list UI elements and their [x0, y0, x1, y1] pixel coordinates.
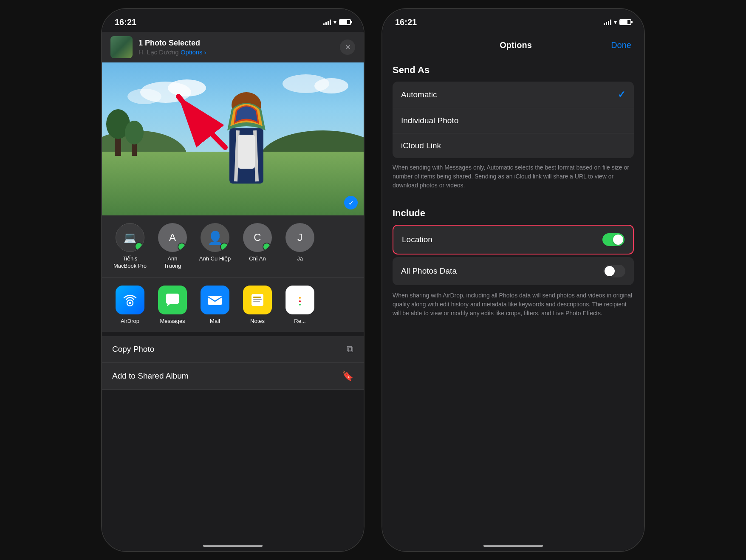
app-airdrop[interactable]: AirDrop	[109, 286, 151, 324]
copy-photo-icon: ⧉	[347, 344, 353, 355]
right-home-indicator	[483, 545, 543, 547]
share-subtitle: H. Lạc Dương Options ›	[138, 48, 340, 56]
contact-anh-truong[interactable]: A AnhTruong	[151, 223, 194, 270]
options-title: Options	[500, 40, 532, 50]
contact-avatar-anh-cu-hiep: 👤	[201, 223, 229, 252]
app-notes[interactable]: Notes	[236, 286, 279, 324]
wifi-icon: ▾	[333, 19, 336, 25]
right-wifi-icon: ▾	[614, 19, 617, 25]
add-shared-album-label: Add to Shared Album	[112, 371, 189, 381]
share-header: 1 Photo Selected H. Lạc Dương Options › …	[102, 32, 364, 62]
app-name-airdrop: AirDrop	[121, 318, 139, 324]
contact-avatar-ja: J	[285, 223, 314, 252]
left-status-bar: 16:21 ▾	[102, 9, 364, 32]
share-location-name: H. Lạc Dương	[138, 48, 179, 56]
send-as-list: Automatic ✓ Individual Photo iCloud Link	[393, 82, 634, 158]
photo-scene-svg	[102, 62, 364, 215]
share-title: 1 Photo Selected	[138, 39, 340, 48]
app-name-messages: Messages	[160, 318, 185, 324]
svg-rect-22	[253, 299, 262, 300]
options-link[interactable]: Options ›	[181, 48, 206, 56]
svg-rect-21	[253, 297, 261, 298]
app-name-notes: Notes	[250, 318, 265, 324]
send-as-icloud-link[interactable]: iCloud Link	[393, 133, 634, 158]
left-home-indicator	[203, 545, 263, 547]
app-reminder[interactable]: Re...	[279, 286, 321, 324]
contact-macbook[interactable]: 💻 Tiến'sMacBook Pro	[109, 223, 151, 270]
mail-icon	[201, 286, 229, 314]
notes-icon	[243, 286, 272, 314]
left-phone-screen: 16:21 ▾ 1 Photo Selected	[102, 9, 364, 551]
options-nav: Options Done	[382, 32, 644, 59]
individual-photo-label: Individual Photo	[401, 116, 458, 125]
copy-photo-label: Copy Photo	[112, 345, 154, 354]
mail-svg	[207, 292, 223, 308]
send-as-description: When sending with Messages only, Automat…	[393, 158, 634, 192]
app-name-mail: Mail	[210, 318, 220, 324]
send-as-title: Send As	[393, 59, 634, 82]
share-photo-thumbnail	[110, 36, 133, 58]
reminder-svg	[292, 292, 308, 308]
preview-image	[102, 62, 364, 215]
app-messages[interactable]: Messages	[151, 286, 194, 324]
signal-icon	[323, 19, 331, 25]
copy-photo-action[interactable]: Copy Photo ⧉	[102, 336, 364, 363]
messages-icon	[158, 286, 187, 314]
svg-point-24	[299, 300, 301, 302]
all-photos-toggle-knob	[605, 266, 615, 276]
airdrop-svg	[122, 292, 138, 308]
airdrop-icon	[116, 286, 144, 314]
include-section: Include Location All Photos Data When sh…	[382, 202, 644, 320]
all-photos-description: When sharing with AirDrop, including all…	[393, 286, 634, 320]
macbook-green-dot	[135, 242, 143, 251]
location-row[interactable]: Location	[393, 225, 634, 255]
contact-name-macbook: Tiến'sMacBook Pro	[113, 255, 147, 270]
all-photos-data-row[interactable]: All Photos Data	[393, 257, 634, 285]
svg-point-2	[168, 79, 206, 96]
location-toggle[interactable]	[602, 233, 624, 246]
share-header-info: 1 Photo Selected H. Lạc Dương Options ›	[133, 39, 340, 56]
contacts-row[interactable]: 💻 Tiến'sMacBook Pro A AnhTruong 👤	[102, 215, 364, 277]
messages-svg	[164, 292, 181, 308]
send-as-individual-photo[interactable]: Individual Photo	[393, 108, 634, 133]
contact-avatar-macbook: 💻	[116, 223, 144, 252]
macbook-emoji: 💻	[124, 232, 136, 243]
contact-avatar-anh-truong: A	[158, 223, 187, 252]
app-container: 16:21 ▾ 1 Photo Selected	[0, 0, 746, 560]
apps-row: AirDrop Messages	[102, 277, 364, 332]
anh-truong-green-dot	[178, 243, 186, 251]
contact-ja[interactable]: J Ja	[279, 223, 321, 270]
all-photos-toggle[interactable]	[603, 265, 625, 277]
add-shared-album-action[interactable]: Add to Shared Album 🔖	[102, 363, 364, 390]
reminder-icon	[285, 286, 314, 314]
app-mail[interactable]: Mail	[194, 286, 236, 324]
photo-preview: ✓	[102, 62, 364, 215]
svg-rect-23	[253, 301, 260, 302]
icloud-link-label: iCloud Link	[401, 141, 441, 150]
contact-name-anh-cu-hiep: Anh Cu Hiệp	[199, 255, 231, 263]
action-rows: Copy Photo ⧉ Add to Shared Album 🔖	[102, 336, 364, 390]
contact-name-ja: Ja	[297, 255, 303, 263]
right-signal-icon	[604, 19, 611, 25]
contact-anh-cu-hiep[interactable]: 👤 Anh Cu Hiệp	[194, 223, 236, 270]
svg-point-3	[127, 89, 161, 104]
send-as-automatic[interactable]: Automatic ✓	[393, 82, 634, 108]
right-battery-icon	[619, 19, 631, 25]
notes-svg	[249, 292, 266, 308]
right-phone-screen: 16:21 ▾ Options Done Send	[382, 9, 644, 551]
send-as-section: Send As Automatic ✓ Individual Photo iCl…	[382, 59, 644, 192]
svg-point-18	[129, 302, 131, 304]
close-button[interactable]: ✕	[340, 40, 355, 55]
photo-checkmark: ✓	[344, 196, 358, 209]
contact-avatar-chi-an: C	[243, 223, 272, 252]
svg-rect-19	[208, 296, 222, 305]
contact-chi-an[interactable]: C Chị An	[236, 223, 279, 270]
location-label: Location	[402, 235, 432, 244]
include-title: Include	[393, 202, 634, 225]
right-time: 16:21	[395, 17, 417, 27]
left-status-icons: ▾	[323, 19, 351, 25]
options-done-button[interactable]: Done	[611, 40, 631, 50]
svg-point-26	[299, 304, 301, 305]
thumbnail-image	[110, 36, 133, 58]
contact-name-chi-an: Chị An	[249, 255, 266, 263]
